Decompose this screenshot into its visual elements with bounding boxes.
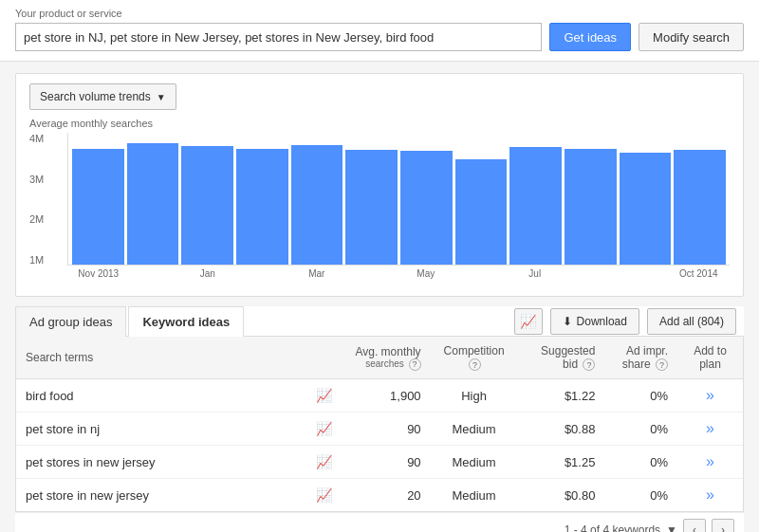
- x-label-0: Nov 2013: [71, 268, 126, 279]
- col-monthly-searches: Avg. monthlysearches ?: [343, 337, 431, 379]
- chart-bar-9: [565, 133, 617, 265]
- col-search-terms: Search terms: [16, 337, 306, 379]
- download-icon: ⬇: [563, 315, 572, 328]
- x-label-7: [454, 268, 509, 279]
- cell-monthly-1: 90: [343, 413, 431, 446]
- chart-bar-11: [674, 133, 726, 265]
- x-label-2: Jan: [180, 268, 235, 279]
- modify-search-button[interactable]: Modify search: [639, 23, 744, 51]
- cell-competition-0: High: [431, 379, 518, 413]
- x-label-3: [235, 268, 290, 279]
- cell-trend-3[interactable]: 📈: [306, 479, 342, 512]
- tabs-and-table: Ad group ideas Keyword ideas 📈 ⬇ Downloa…: [15, 306, 744, 532]
- cell-monthly-2: 90: [343, 446, 431, 479]
- cell-trend-1[interactable]: 📈: [306, 413, 342, 446]
- product-input[interactable]: [15, 23, 542, 51]
- bar-fill-4: [291, 145, 343, 265]
- tabs-actions: 📈 ⬇ Download Add all (804): [514, 308, 744, 335]
- cell-bid-0: $1.22: [518, 379, 605, 413]
- tabs-row: Ad group ideas Keyword ideas 📈 ⬇ Downloa…: [15, 306, 744, 337]
- competition-help-icon[interactable]: ?: [469, 358, 481, 371]
- col-add-to-plan: Add to plan: [677, 337, 743, 379]
- bar-fill-3: [236, 149, 288, 265]
- chart-y-axis: 1M 2M 3M 4M: [29, 133, 44, 266]
- bar-fill-0: [72, 149, 124, 265]
- x-label-8: Jul: [508, 268, 563, 279]
- tab-keyword-ideas[interactable]: Keyword ideas: [128, 306, 244, 337]
- next-page-button[interactable]: ›: [712, 519, 734, 532]
- y-tick-1m: 1M: [29, 254, 44, 266]
- cell-add-0[interactable]: »: [677, 379, 743, 413]
- impr-help-icon[interactable]: ?: [656, 358, 668, 371]
- main-content: Search volume trends ▼ Average monthly s…: [0, 62, 759, 532]
- pagination-summary: 1 - 4 of 4 keywords: [565, 523, 660, 532]
- trend-icon-button[interactable]: 📈: [514, 308, 543, 335]
- chart-y-label: Average monthly searches: [29, 118, 730, 129]
- cell-term-1: pet store in nj: [16, 413, 306, 446]
- table-row: pet stores in new jersey 📈 90 Medium $1.…: [16, 446, 743, 479]
- tab-ad-group-ideas[interactable]: Ad group ideas: [15, 306, 126, 337]
- x-label-6: May: [398, 268, 454, 279]
- bar-fill-5: [345, 150, 398, 265]
- cell-term-3: pet store in new jersey: [16, 479, 306, 512]
- chart-bar-8: [509, 133, 562, 265]
- x-label-1: [126, 268, 181, 279]
- get-ideas-button[interactable]: Get ideas: [549, 23, 631, 51]
- table-row: pet store in new jersey 📈 20 Medium $0.8…: [16, 479, 743, 512]
- col-competition: Competition ?: [431, 337, 518, 379]
- add-all-button[interactable]: Add all (804): [647, 308, 736, 335]
- y-tick-3m: 3M: [29, 174, 44, 185]
- x-label-9: [563, 268, 618, 279]
- cell-term-0: bird food: [16, 379, 306, 413]
- chart-bar-5: [345, 133, 398, 265]
- bar-fill-8: [509, 147, 562, 265]
- cell-impr-3: 0%: [604, 479, 677, 512]
- cell-add-2[interactable]: »: [677, 446, 743, 479]
- monthly-help-icon[interactable]: ?: [409, 358, 421, 371]
- col-trend: [306, 337, 342, 379]
- chart-bar-2: [181, 133, 233, 265]
- cell-trend-2[interactable]: 📈: [306, 446, 342, 479]
- cell-competition-1: Medium: [431, 413, 518, 446]
- cell-trend-0[interactable]: 📈: [306, 379, 342, 413]
- download-label: Download: [577, 315, 627, 328]
- page-dropdown: ▼: [666, 523, 677, 532]
- chart-dropdown-label: Search volume trends: [40, 90, 151, 103]
- chart-bar-7: [455, 133, 508, 265]
- keywords-tbody: bird food 📈 1,900 High $1.22 0% » pet st…: [16, 379, 743, 512]
- chart-bar-3: [236, 133, 288, 265]
- table-header-row: Search terms Avg. monthlysearches ? Comp…: [16, 337, 743, 379]
- keywords-table: Search terms Avg. monthlysearches ? Comp…: [16, 337, 743, 511]
- bar-fill-6: [400, 151, 453, 265]
- x-label-5: [344, 268, 399, 279]
- cell-term-2: pet stores in new jersey: [16, 446, 306, 479]
- cell-bid-3: $0.80: [518, 479, 605, 512]
- prev-page-button[interactable]: ‹: [683, 519, 706, 532]
- y-tick-4m: 4M: [29, 133, 44, 144]
- bar-fill-11: [674, 150, 726, 265]
- dropdown-arrow-icon: ▼: [666, 523, 677, 532]
- chart-area: 1M 2M 3M 4M Nov 2013JanMarMayJulOct 2014: [67, 133, 730, 284]
- chart-x-labels: Nov 2013JanMarMayJulOct 2014: [67, 266, 730, 279]
- cell-competition-3: Medium: [431, 479, 518, 512]
- top-bar: Your product or service Get ideas Modify…: [0, 0, 759, 62]
- download-button[interactable]: ⬇ Download: [550, 308, 639, 335]
- chart-bar-6: [400, 133, 453, 265]
- cell-add-3[interactable]: »: [677, 479, 743, 512]
- x-label-10: [617, 268, 672, 279]
- bar-fill-1: [127, 143, 179, 265]
- bid-help-icon[interactable]: ?: [583, 358, 595, 371]
- chart-bar-1: [127, 133, 179, 265]
- cell-add-1[interactable]: »: [677, 413, 743, 446]
- chart-dropdown-button[interactable]: Search volume trends ▼: [29, 83, 176, 110]
- col-ad-impr: Ad impr. share ?: [604, 337, 677, 379]
- chart-bar-0: [72, 133, 124, 265]
- y-tick-2m: 2M: [29, 213, 44, 225]
- chart-bars: [67, 133, 730, 266]
- cell-monthly-0: 1,900: [343, 379, 431, 413]
- col-suggested-bid: Suggested bid ?: [518, 337, 605, 379]
- cell-monthly-3: 20: [343, 479, 431, 512]
- cell-bid-1: $0.88: [518, 413, 605, 446]
- chart-bar-10: [620, 133, 672, 265]
- chevron-down-icon: ▼: [157, 92, 166, 102]
